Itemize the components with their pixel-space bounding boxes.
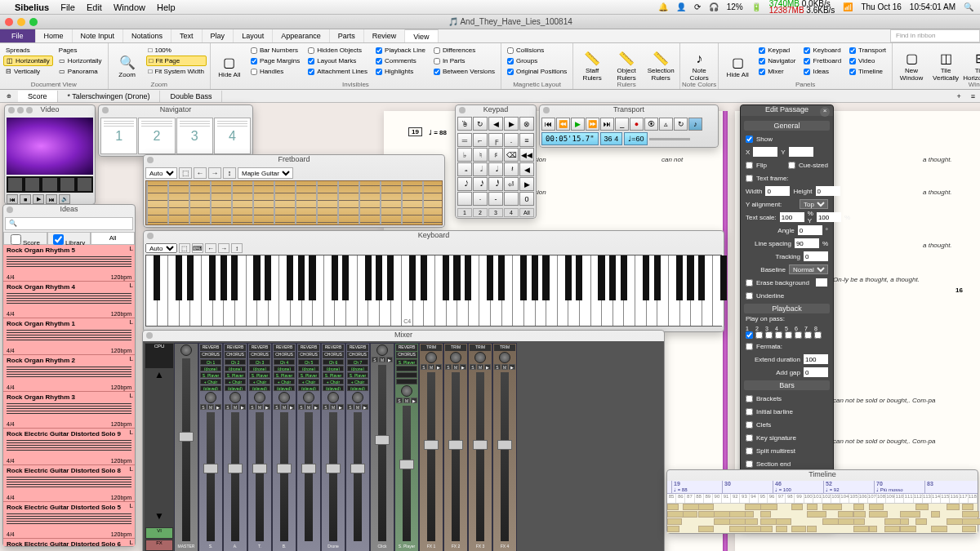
chk-hidden[interactable]: Hidden Objects	[305, 45, 370, 56]
ideas-tab-library[interactable]: Library	[47, 232, 91, 245]
chk-textframe[interactable]	[746, 175, 753, 182]
keypad-btn[interactable]: ·	[473, 192, 488, 206]
keypad-close[interactable]	[459, 107, 466, 113]
pass-chk[interactable]	[765, 331, 773, 339]
idea-item[interactable]: Rock Electric Guitar Distorted Solo 9L4/…	[3, 429, 135, 465]
timeline-block[interactable]	[915, 504, 929, 510]
kb-stem-icon[interactable]: ↕	[231, 243, 243, 253]
chorus-btn[interactable]: CHORUS	[200, 352, 221, 358]
expand-doctabs[interactable]: ⊕	[0, 93, 18, 100]
mute-btn[interactable]: M	[232, 404, 238, 410]
chorus-btn[interactable]: CHORUS	[347, 352, 368, 358]
timeline-block[interactable]	[745, 518, 758, 525]
chk-playback[interactable]: Playback Line	[373, 45, 428, 56]
ideas-close[interactable]	[7, 207, 13, 213]
ideas-tab-score[interactable]: Score	[3, 232, 47, 245]
timeline-block[interactable]	[915, 518, 927, 525]
tab-noteinput[interactable]: Note Input	[73, 29, 124, 42]
keypad-btn[interactable]: 𝅘𝅥𝅯	[473, 177, 488, 191]
idea-item[interactable]: Rock Organ Rhythm 1L4/4120bpm	[3, 318, 135, 355]
timeline-block[interactable]	[760, 511, 771, 518]
insp-yalign[interactable]: Top	[800, 199, 828, 209]
mute-btn[interactable]: M	[256, 404, 263, 410]
mixer-up[interactable]: ▲	[145, 369, 173, 385]
chk-highlights[interactable]: Highlights	[373, 66, 428, 77]
keypad-next[interactable]: ▶	[504, 117, 519, 131]
timeline-title[interactable]: Timeline	[667, 470, 978, 481]
doctab-score[interactable]: Score	[18, 91, 58, 102]
timeline-block[interactable]	[962, 526, 976, 532]
pan-knob[interactable]	[499, 352, 510, 363]
piano-key-black[interactable]	[332, 256, 338, 300]
insp-extenddur[interactable]	[804, 354, 828, 364]
pass-chk[interactable]	[775, 331, 782, 339]
menu-file[interactable]: File	[60, 2, 75, 12]
timeline-block[interactable]	[791, 504, 803, 510]
navigator-title[interactable]: Navigator	[99, 105, 252, 116]
video-play[interactable]: ▶	[33, 194, 44, 204]
video-close[interactable]	[8, 107, 15, 113]
timeline-block[interactable]	[947, 504, 960, 510]
chk-attach[interactable]: Attachment Lines	[305, 66, 370, 77]
chk-collisions[interactable]: Collisions	[505, 45, 569, 56]
piano-key-black[interactable]	[265, 256, 271, 300]
insp-baseline[interactable]: Normal	[789, 264, 828, 274]
keypad-btn[interactable]: 𝅝	[457, 162, 472, 176]
add-doctab[interactable]: +	[951, 92, 965, 100]
mute-btn[interactable]: M	[305, 404, 312, 410]
timeline-mark[interactable]: 52♩ = 92	[823, 481, 840, 493]
tab-review[interactable]: Review	[364, 29, 406, 42]
nav-close[interactable]	[102, 107, 109, 113]
play-btn[interactable]: ▶	[460, 364, 466, 370]
reverb-btn[interactable]: REVERB	[396, 344, 417, 351]
nav-page[interactable]: 3	[176, 118, 213, 154]
chorus-btn[interactable]: CHORUS	[249, 352, 270, 358]
piano-key-black[interactable]	[654, 256, 661, 300]
channel-fader[interactable]	[329, 412, 337, 541]
pan-knob[interactable]	[474, 352, 486, 363]
piano-key-black[interactable]	[342, 256, 349, 300]
solo-btn[interactable]: S	[298, 404, 305, 410]
keypad-btn[interactable]: 𝅘𝅥𝅰	[488, 177, 503, 191]
close-window[interactable]	[5, 18, 13, 26]
mute-btn[interactable]: M	[379, 357, 385, 362]
keypad-btn[interactable]: .	[504, 133, 519, 147]
transport-start[interactable]: ⏮	[541, 118, 555, 131]
piano-key-black[interactable]	[421, 256, 427, 300]
piano-key-black[interactable]	[609, 256, 616, 300]
doctab-bass[interactable]: Double Bass	[160, 91, 222, 102]
mute-btn[interactable]: M	[281, 404, 287, 410]
tab-parts[interactable]: Parts	[330, 29, 364, 42]
tab-notations[interactable]: Notations	[123, 29, 172, 42]
piano-key-black[interactable]	[520, 256, 527, 300]
piano-key-black[interactable]	[154, 256, 160, 300]
transport-live[interactable]: ♪	[688, 118, 702, 131]
timeline-block[interactable]	[931, 526, 947, 532]
insp-height[interactable]	[816, 186, 840, 196]
channel-fader[interactable]	[280, 412, 288, 541]
timeline-block[interactable]	[900, 511, 920, 518]
play-btn[interactable]: ▶	[288, 404, 295, 410]
app-menu[interactable]: Sibelius	[15, 2, 49, 12]
idea-item[interactable]: Rock Organ Rhythm 4L4/4120bpm	[3, 282, 135, 318]
piano-key-black[interactable]	[643, 256, 649, 300]
idea-item[interactable]: Rock Electric Guitar Distorted Solo 6L4/…	[3, 539, 135, 546]
timeline-block[interactable]	[900, 526, 916, 532]
piano-key-black[interactable]	[453, 256, 460, 300]
piano-key-black[interactable]	[465, 256, 471, 300]
reverb-btn[interactable]: REVERB	[225, 344, 246, 351]
timeline-block[interactable]	[962, 518, 980, 525]
menu-edit[interactable]: Edit	[87, 2, 102, 12]
reverb-btn[interactable]: REVERB	[249, 344, 270, 351]
mute-btn[interactable]: M	[330, 404, 336, 410]
pass-chk[interactable]	[795, 331, 802, 339]
chk-brackets[interactable]	[746, 395, 753, 402]
idea-item[interactable]: Rock Organ Rhythm 2L4/4120bpm	[3, 355, 135, 392]
solo-btn[interactable]: S	[445, 364, 452, 370]
piano-key-black[interactable]	[409, 256, 416, 300]
timeline-block[interactable]	[698, 504, 714, 510]
timeline-block[interactable]	[838, 511, 853, 518]
ideas-search[interactable]: 🔍	[5, 217, 133, 230]
channel-fader[interactable]	[256, 412, 264, 541]
insp-tracking[interactable]	[804, 251, 828, 261]
